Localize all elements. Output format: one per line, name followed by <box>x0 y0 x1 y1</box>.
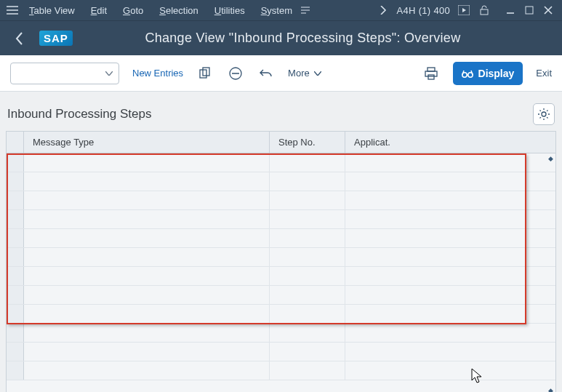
cell-message-type[interactable] <box>24 305 270 323</box>
cell-step-no[interactable] <box>270 343 345 361</box>
cell-message-type[interactable] <box>24 361 270 380</box>
cell-message-type[interactable] <box>24 248 270 266</box>
more-button[interactable]: More <box>288 68 321 79</box>
menu-table-view[interactable]: Table View <box>22 4 82 17</box>
row-selector[interactable] <box>7 305 24 323</box>
cell-step-no[interactable] <box>270 361 345 380</box>
new-entries-button[interactable]: New Entries <box>132 68 183 79</box>
cell-step-no[interactable] <box>270 191 345 209</box>
menu-edit[interactable]: Edit <box>84 4 114 17</box>
cell-applicat[interactable] <box>345 361 555 380</box>
menubar-right: A4H (1) 400 <box>377 4 558 17</box>
cell-applicat[interactable] <box>345 286 555 304</box>
cell-applicat[interactable] <box>345 172 555 191</box>
cell-message-type[interactable] <box>24 286 270 304</box>
row-selector[interactable] <box>7 324 24 342</box>
cell-step-no[interactable] <box>270 248 345 266</box>
table-row[interactable] <box>7 153 555 172</box>
cell-applicat[interactable] <box>345 229 555 247</box>
menu-goto[interactable]: Goto <box>116 4 150 17</box>
scroll-down-icon[interactable]: ◆ <box>548 387 553 392</box>
cell-message-type[interactable] <box>24 229 270 247</box>
menu-system[interactable]: System <box>254 4 300 17</box>
row-selector[interactable] <box>7 361 24 380</box>
row-selector[interactable] <box>7 286 24 304</box>
cell-step-no[interactable] <box>270 286 345 304</box>
unlock-icon[interactable] <box>478 4 491 17</box>
back-button[interactable] <box>10 29 29 48</box>
row-selector[interactable] <box>7 210 24 228</box>
cell-step-no[interactable] <box>270 172 345 191</box>
svg-point-11 <box>542 112 546 116</box>
table-row[interactable] <box>7 248 555 267</box>
row-selector[interactable] <box>7 172 24 191</box>
cell-step-no[interactable] <box>270 324 345 342</box>
cell-message-type[interactable] <box>24 210 270 228</box>
cell-applicat[interactable] <box>345 248 555 266</box>
table-row[interactable] <box>7 267 555 286</box>
exit-button[interactable]: Exit <box>536 68 552 79</box>
settings-button[interactable] <box>533 103 555 125</box>
cell-step-no[interactable] <box>270 267 345 285</box>
cell-message-type[interactable] <box>24 191 270 209</box>
cell-applicat[interactable] <box>345 324 555 342</box>
menu-utilities[interactable]: Utilities <box>207 4 252 17</box>
cell-message-type[interactable] <box>24 153 270 172</box>
row-selector[interactable] <box>7 229 24 247</box>
scroll-up-icon[interactable]: ◆ <box>548 155 553 162</box>
table-row[interactable] <box>7 324 555 343</box>
col-header-message-type[interactable]: Message Type <box>24 132 270 153</box>
cell-applicat[interactable] <box>345 267 555 285</box>
row-selector[interactable] <box>7 191 24 209</box>
col-header-step-no[interactable]: Step No. <box>270 132 345 153</box>
table-row[interactable] <box>7 361 555 380</box>
table-row[interactable] <box>7 305 555 324</box>
more-label: More <box>288 68 310 79</box>
cell-step-no[interactable] <box>270 305 345 323</box>
row-selector[interactable] <box>7 248 24 266</box>
cell-message-type[interactable] <box>24 343 270 361</box>
copy-as-icon[interactable] <box>196 65 214 82</box>
row-selector[interactable] <box>7 343 24 361</box>
row-selector[interactable] <box>7 153 24 172</box>
vertical-scrollbar[interactable]: ◆ ◆ <box>545 153 555 392</box>
close-icon[interactable] <box>542 4 555 17</box>
table-row[interactable] <box>7 191 555 210</box>
table-row[interactable] <box>7 172 555 191</box>
table-row[interactable] <box>7 229 555 248</box>
cell-applicat[interactable] <box>345 210 555 228</box>
cell-message-type[interactable] <box>24 172 270 191</box>
menu-selection[interactable]: Selection <box>152 4 205 17</box>
row-selector[interactable] <box>7 267 24 285</box>
maximize-icon[interactable] <box>523 4 536 17</box>
select-all-header[interactable] <box>7 132 24 153</box>
cell-applicat[interactable] <box>345 153 555 172</box>
print-icon[interactable] <box>422 65 440 82</box>
play-icon[interactable] <box>457 4 470 17</box>
menu-overflow-icon[interactable] <box>301 7 308 14</box>
sap-logo: SAP <box>39 31 73 46</box>
cell-step-no[interactable] <box>270 153 345 172</box>
next-session-icon[interactable] <box>377 4 390 17</box>
display-button[interactable]: Display <box>453 62 523 85</box>
delete-icon[interactable] <box>227 65 244 82</box>
cell-applicat[interactable] <box>345 305 555 323</box>
cell-applicat[interactable] <box>345 343 555 361</box>
undo-icon[interactable] <box>257 65 275 82</box>
cell-message-type[interactable] <box>24 267 270 285</box>
minimize-icon[interactable] <box>504 4 517 17</box>
cell-step-no[interactable] <box>270 210 345 228</box>
hamburger-menu-icon[interactable] <box>4 6 20 15</box>
grid-body <box>7 153 555 380</box>
cell-applicat[interactable] <box>345 191 555 209</box>
transaction-code-input[interactable] <box>10 63 119 84</box>
data-grid: Message Type Step No. Applicat. ◆ ◆ <box>6 131 556 392</box>
svg-rect-2 <box>526 7 533 14</box>
table-row[interactable] <box>7 286 555 305</box>
table-row[interactable] <box>7 210 555 229</box>
cell-message-type[interactable] <box>24 324 270 342</box>
table-row[interactable] <box>7 343 555 361</box>
col-header-applicat[interactable]: Applicat. <box>345 132 555 153</box>
title-bar: SAP Change View "Inbound Processing Step… <box>0 20 562 55</box>
cell-step-no[interactable] <box>270 229 345 247</box>
